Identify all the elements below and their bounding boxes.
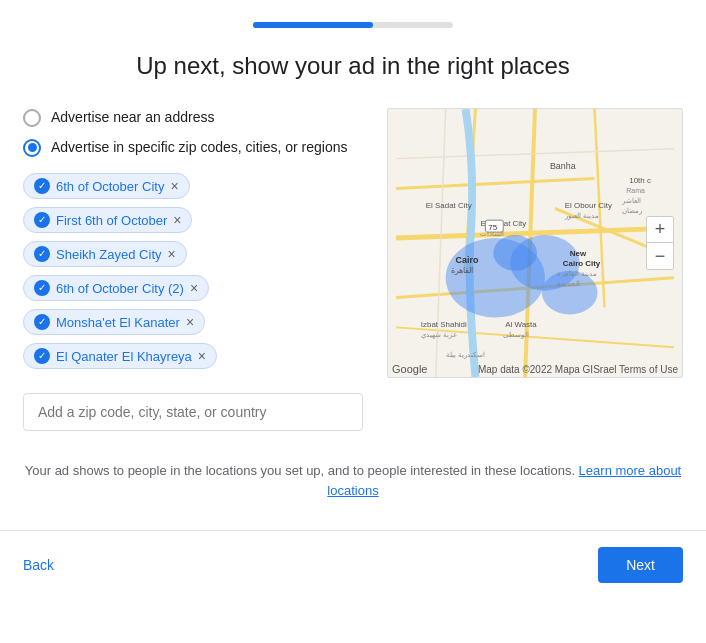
option-near-address[interactable]: Advertise near an address	[23, 108, 363, 128]
chip-5[interactable]: El Qanater El Khayreya ×	[23, 343, 217, 369]
svg-text:عزبة شهيدي: عزبة شهيدي	[421, 331, 457, 339]
back-button[interactable]: Back	[23, 557, 54, 573]
chips-container: 6th of October City × First 6th of Octob…	[23, 173, 363, 369]
info-main-text: Your ad shows to people in the locations…	[25, 463, 579, 478]
next-button[interactable]: Next	[598, 547, 683, 583]
svg-text:رمضان: رمضان	[622, 207, 642, 215]
info-text: Your ad shows to people in the locations…	[23, 461, 683, 500]
progress-bar-fill	[253, 22, 373, 28]
chip-label-4: Monsha'et El Kanater	[56, 315, 180, 330]
chip-4[interactable]: Monsha'et El Kanater ×	[23, 309, 205, 335]
svg-text:10th c: 10th c	[629, 176, 651, 185]
content-area: Advertise near an address Advertise in s…	[23, 108, 683, 431]
map-zoom-in-button[interactable]: +	[647, 217, 673, 243]
svg-text:El Sadat City: El Sadat City	[426, 201, 472, 210]
chip-label-3: 6th of October City (2)	[56, 281, 184, 296]
footer: Back Next	[23, 531, 683, 599]
page-title: Up next, show your ad in the right place…	[136, 52, 570, 80]
svg-point-13	[542, 271, 598, 315]
svg-text:Rama: Rama	[626, 187, 645, 194]
chip-remove-4[interactable]: ×	[186, 315, 194, 329]
svg-text:Banha: Banha	[550, 161, 576, 171]
chip-remove-3[interactable]: ×	[190, 281, 198, 295]
svg-text:Cairo City: Cairo City	[563, 259, 601, 268]
svg-text:Izbat Shahidi: Izbat Shahidi	[421, 320, 467, 329]
progress-bar	[253, 22, 453, 28]
map-svg: Banha El Sadat City El Obour City مدينة …	[388, 109, 682, 377]
chip-remove-2[interactable]: ×	[168, 247, 176, 261]
chip-remove-5[interactable]: ×	[198, 349, 206, 363]
map-zoom-out-button[interactable]: −	[647, 243, 673, 269]
chip-check-icon-1	[34, 212, 50, 228]
left-panel: Advertise near an address Advertise in s…	[23, 108, 363, 431]
svg-text:مدينة العبور: مدينة العبور	[564, 212, 599, 220]
svg-text:Al Wasta: Al Wasta	[505, 320, 537, 329]
svg-text:75: 75	[488, 223, 497, 232]
chip-check-icon-2	[34, 246, 50, 262]
chip-check-icon-0	[34, 178, 50, 194]
map-attribution: Map data ©2022 Mapa GISrael Terms of Use	[478, 364, 678, 375]
chip-check-icon-3	[34, 280, 50, 296]
chip-remove-1[interactable]: ×	[173, 213, 181, 227]
radio-near-address[interactable]	[23, 109, 41, 127]
map-container: Banha El Sadat City El Obour City مدينة …	[387, 108, 683, 378]
chip-label-1: First 6th of October	[56, 213, 167, 228]
svg-text:Cairo: Cairo	[456, 255, 479, 265]
chip-label-2: Sheikh Zayed City	[56, 247, 162, 262]
option-specific-zip[interactable]: Advertise in specific zip codes, cities,…	[23, 138, 363, 158]
chip-2[interactable]: Sheikh Zayed City ×	[23, 241, 187, 267]
option-specific-zip-label: Advertise in specific zip codes, cities,…	[51, 138, 347, 158]
map-logo: Google	[392, 363, 427, 375]
location-search-input[interactable]	[23, 393, 363, 431]
chip-label-0: 6th of October City	[56, 179, 164, 194]
chip-0[interactable]: 6th of October City ×	[23, 173, 190, 199]
chip-check-icon-5	[34, 348, 50, 364]
chip-remove-0[interactable]: ×	[170, 179, 178, 193]
svg-point-14	[493, 235, 537, 271]
svg-text:New: New	[570, 249, 587, 258]
svg-text:العاشر: العاشر	[621, 197, 641, 205]
chip-label-5: El Qanater El Khayreya	[56, 349, 192, 364]
svg-text:القاهرة: القاهرة	[451, 266, 473, 275]
option-near-address-label: Advertise near an address	[51, 108, 214, 128]
svg-text:مدينة القاهرة: مدينة القاهرة	[557, 270, 597, 278]
radio-specific-zip[interactable]	[23, 139, 41, 157]
svg-text:الوسطى: الوسطى	[503, 331, 529, 339]
chip-1[interactable]: First 6th of October ×	[23, 207, 192, 233]
chip-check-icon-4	[34, 314, 50, 330]
svg-text:الجديدة: الجديدة	[557, 280, 580, 287]
svg-text:El Obour City: El Obour City	[565, 201, 612, 210]
chip-3[interactable]: 6th of October City (2) ×	[23, 275, 209, 301]
svg-text:اسكندرية بيلة: اسكندرية بيلة	[446, 351, 485, 359]
map-zoom-controls: + −	[646, 216, 674, 270]
